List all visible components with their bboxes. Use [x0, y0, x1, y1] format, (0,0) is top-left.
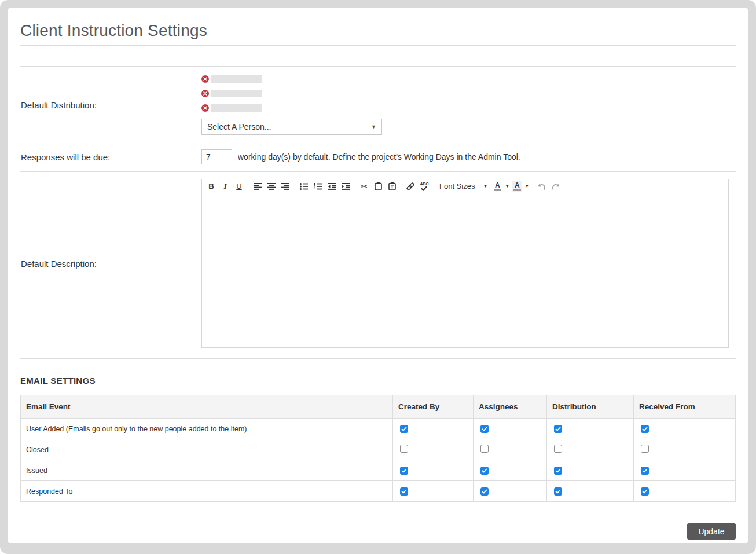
rich-text-editor: B I U	[201, 179, 729, 348]
default-description-label: Default Description:	[20, 259, 201, 269]
checkbox-issued-distribution[interactable]	[554, 467, 562, 475]
table-row: User Added (Emails go out only to the ne…	[21, 419, 736, 439]
link-icon	[406, 182, 415, 191]
distribution-member-row	[201, 75, 382, 83]
insert-link-button[interactable]	[405, 181, 416, 192]
bold-button[interactable]: B	[205, 181, 217, 192]
numbered-list-button[interactable]	[312, 181, 324, 192]
background-color-swatch	[513, 189, 521, 191]
align-left-button[interactable]	[252, 181, 263, 192]
checkbox-issued-created-by[interactable]	[400, 467, 408, 475]
distribution-member-row	[201, 104, 382, 112]
bullet-list-icon	[300, 183, 308, 190]
checkbox-responded-to-received-from[interactable]	[641, 487, 649, 496]
email-event-label: Responded To	[21, 481, 393, 502]
bullet-list-button[interactable]	[298, 181, 310, 192]
align-center-icon	[267, 183, 276, 190]
font-sizes-label: Font Sizes	[439, 182, 475, 190]
underline-button[interactable]: U	[233, 181, 245, 192]
member-name-redacted	[211, 104, 262, 112]
redo-icon	[551, 182, 560, 190]
checkbox-closed-received-from[interactable]	[641, 445, 649, 453]
select-a-person-placeholder: Select A Person...	[207, 122, 271, 131]
spellcheck-check-icon	[421, 186, 428, 191]
checkbox-user-added-distribution[interactable]	[554, 425, 562, 433]
checkbox-user-added-assignees[interactable]	[480, 425, 489, 433]
checkbox-responded-to-created-by[interactable]	[400, 487, 408, 496]
remove-member-icon[interactable]	[201, 90, 209, 97]
chevron-down-icon: ▼	[483, 184, 487, 189]
responses-due-controls: working day(s) by default. Define the pr…	[201, 149, 520, 164]
indent-button[interactable]	[340, 181, 351, 192]
actions-row: Update	[20, 523, 736, 540]
editor-toolbar: B I U	[202, 179, 728, 193]
column-header-created-by: Created By	[393, 395, 474, 419]
remove-member-icon[interactable]	[201, 75, 209, 83]
update-button[interactable]: Update	[687, 523, 736, 540]
default-description-row: Default Description: B I U	[20, 171, 736, 353]
checkbox-closed-assignees[interactable]	[480, 445, 489, 453]
email-settings-heading: EMAIL SETTINGS	[20, 376, 736, 386]
checkbox-user-added-created-by[interactable]	[400, 425, 408, 433]
outdent-icon	[328, 183, 336, 190]
remove-member-icon[interactable]	[201, 104, 209, 112]
checkbox-user-added-received-from[interactable]	[641, 425, 649, 433]
default-distribution-row: Default Distribution:	[20, 67, 736, 142]
working-days-input[interactable]	[201, 149, 232, 164]
table-header-row: Email Event Created By Assignees Distrib…	[21, 395, 736, 419]
background-color-icon: A	[515, 182, 520, 189]
checkbox-issued-assignees[interactable]	[480, 467, 489, 475]
font-sizes-dropdown[interactable]: Font Sizes ▼	[437, 182, 490, 190]
column-header-distribution: Distribution	[547, 395, 634, 419]
working-days-help-text: working day(s) by default. Define the pr…	[238, 152, 520, 162]
align-center-button[interactable]	[266, 181, 277, 192]
email-event-label: Issued	[21, 460, 393, 481]
table-row: Issued	[21, 460, 736, 481]
italic-button[interactable]: I	[219, 181, 231, 192]
outdent-button[interactable]	[326, 181, 337, 192]
default-distribution-controls: Select A Person... ▼	[201, 75, 382, 135]
undo-icon	[537, 182, 546, 190]
description-editor-content[interactable]	[202, 193, 728, 347]
settings-panel: Client Instruction Settings Default Dist…	[8, 8, 748, 543]
clipboard-text-icon	[388, 182, 396, 190]
background-color-button[interactable]: A	[512, 181, 522, 192]
checkbox-responded-to-assignees[interactable]	[480, 487, 489, 496]
responses-due-label: Responses will be due:	[20, 152, 201, 162]
underline-icon: U	[236, 182, 241, 190]
cut-button[interactable]: ✂	[358, 181, 370, 192]
clipboard-icon	[375, 182, 382, 190]
select-a-person-dropdown[interactable]: Select A Person... ▼	[201, 119, 382, 135]
checkbox-closed-distribution[interactable]	[554, 445, 562, 453]
text-color-button[interactable]: A	[492, 181, 502, 192]
responses-due-row: Responses will be due: working day(s) by…	[20, 142, 736, 171]
indent-icon	[342, 183, 350, 190]
paste-button[interactable]	[372, 181, 384, 192]
numbered-list-icon	[314, 183, 322, 190]
undo-button[interactable]	[536, 181, 548, 192]
italic-icon: I	[223, 182, 226, 191]
email-event-label: Closed	[21, 439, 393, 460]
divider	[20, 45, 736, 46]
text-color-icon: A	[495, 182, 500, 189]
table-row: Responded To	[21, 481, 736, 502]
chevron-down-icon: ▼	[371, 124, 376, 130]
window-frame: Client Instruction Settings Default Dist…	[0, 0, 756, 554]
checkbox-responded-to-distribution[interactable]	[554, 487, 562, 496]
page-title: Client Instruction Settings	[20, 21, 736, 40]
chevron-down-icon[interactable]: ▼	[505, 184, 509, 189]
redo-button[interactable]	[550, 181, 562, 192]
paste-as-text-button[interactable]	[386, 181, 398, 192]
align-right-button[interactable]	[280, 181, 291, 192]
spellcheck-abc-icon: ABC	[420, 182, 428, 186]
spellcheck-button[interactable]: ABC	[419, 182, 430, 191]
checkbox-issued-received-from[interactable]	[641, 467, 649, 475]
email-settings-table: Email Event Created By Assignees Distrib…	[20, 395, 736, 502]
distribution-member-row	[201, 90, 382, 97]
align-left-icon	[254, 183, 262, 190]
default-distribution-label: Default Distribution:	[20, 100, 201, 110]
column-header-email-event: Email Event	[21, 395, 393, 419]
member-name-redacted	[211, 90, 262, 97]
checkbox-closed-created-by[interactable]	[400, 445, 408, 453]
chevron-down-icon[interactable]: ▼	[524, 184, 529, 189]
